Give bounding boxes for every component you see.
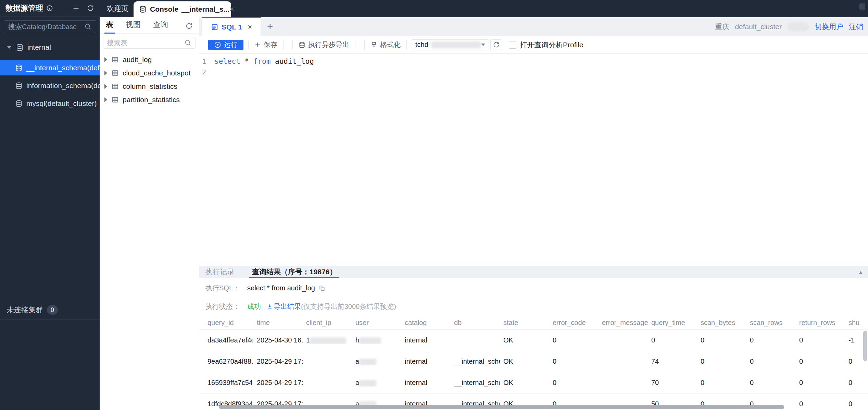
profile-checkbox-label: 打开查询分析Profile: [520, 40, 583, 50]
column-header[interactable]: state: [500, 319, 549, 327]
tab-tables[interactable]: 表: [106, 20, 113, 33]
column-header[interactable]: client_ip: [303, 319, 352, 327]
table-row[interactable]: 165939ffa7c54...2025-04-29 17:...aintern…: [199, 372, 868, 394]
column-header[interactable]: shu: [845, 319, 868, 327]
column-header[interactable]: error_code: [549, 319, 599, 327]
profile-checkbox[interactable]: [509, 41, 516, 49]
column-header[interactable]: query_id: [204, 319, 253, 327]
tab-queries[interactable]: 查询: [153, 20, 168, 33]
table-cell: 1: [303, 336, 352, 344]
info-icon[interactable]: [46, 5, 53, 12]
refresh-cluster-button[interactable]: [490, 39, 502, 50]
add-icon: [254, 41, 261, 48]
window-menu-icon[interactable]: [859, 3, 865, 10]
tree-node-internal[interactable]: internal: [0, 40, 100, 54]
table-cell: 2025-04-30 16...: [253, 336, 303, 344]
unconnected-clusters[interactable]: 未连接集群 0: [0, 304, 100, 316]
switch-user-link[interactable]: 切换用户: [815, 22, 843, 32]
table-cell: 0: [746, 358, 796, 365]
table-name: column_statistics: [123, 82, 177, 91]
editor-line[interactable]: 1select * from audit_log: [199, 56, 868, 67]
vertical-scrollbar[interactable]: [863, 331, 867, 361]
table-cell: 0: [845, 400, 868, 408]
column-header[interactable]: catalog: [401, 319, 451, 327]
tree-children: __internal_schema(default...information_…: [0, 60, 100, 111]
column-header[interactable]: time: [253, 319, 303, 327]
close-icon[interactable]: ×: [248, 23, 252, 31]
caret-right-icon[interactable]: [104, 71, 107, 75]
table-icon: [111, 96, 119, 104]
column-header[interactable]: query_time: [648, 319, 697, 327]
async-export-button[interactable]: 执行异步导出: [292, 40, 355, 50]
column-header[interactable]: user: [352, 319, 401, 327]
tab-welcome[interactable]: 欢迎页: [107, 0, 128, 17]
exec-sql-value: select * from audit_log: [247, 284, 315, 292]
column-header[interactable]: scan_bytes: [697, 319, 746, 327]
caret-right-icon[interactable]: [104, 84, 107, 89]
table-list-item[interactable]: cloud_cache_hotspot: [100, 66, 199, 80]
table-search-placeholder: 搜索表: [107, 38, 184, 48]
database-icon: [15, 100, 23, 107]
sidebar-database-item[interactable]: information_schema(defa...: [0, 78, 100, 93]
table-cell: 0: [796, 336, 845, 344]
column-header[interactable]: scan_rows: [746, 319, 796, 327]
catalog-search-input[interactable]: 搜索Catalog/Database: [4, 20, 96, 33]
table-list-item[interactable]: column_statistics: [100, 80, 199, 93]
table-cell: internal: [401, 336, 451, 344]
format-button[interactable]: 格式化: [364, 40, 407, 50]
save-button[interactable]: 保存: [248, 40, 284, 50]
new-sql-tab-button[interactable]: +: [267, 17, 273, 36]
add-catalog-icon[interactable]: [72, 4, 80, 12]
app-root: 数据源管理 搜索Catalog/Database: [0, 0, 868, 410]
table-list-item[interactable]: partition_statistics: [100, 93, 199, 106]
console-tab-prefix: Console: [150, 5, 178, 13]
caret-right-icon[interactable]: [104, 97, 107, 102]
table-cell: 0: [549, 379, 599, 387]
tab-query-result[interactable]: 查询结果（序号：19876）: [249, 266, 339, 278]
copy-icon[interactable]: [318, 285, 325, 292]
results-header-row: query_idtimeclient_ipusercatalogdbstatee…: [199, 316, 868, 330]
table-search-input[interactable]: 搜索表: [103, 37, 196, 49]
table-cell: 2025-04-29 17:...: [253, 358, 303, 365]
logout-link[interactable]: 注销: [849, 22, 863, 32]
column-header[interactable]: error_message: [599, 319, 648, 327]
tab-console-active[interactable]: Console __internal_s... ×: [134, 1, 231, 17]
export-results-link[interactable]: 导出结果: [266, 302, 301, 311]
sidebar-database-item[interactable]: __internal_schema(default...: [0, 60, 100, 75]
column-header[interactable]: db: [451, 319, 500, 327]
caret-right-icon[interactable]: [104, 57, 107, 62]
cluster-select[interactable]: tchd-: [412, 39, 489, 50]
code-token: select: [214, 57, 240, 65]
column-header[interactable]: return_rows: [796, 319, 845, 327]
horizontal-scrollbar[interactable]: [219, 405, 784, 409]
catalog-tree: internal __internal_schema(default...inf…: [0, 40, 100, 111]
redacted-blur: [310, 337, 346, 344]
caret-down-icon[interactable]: [7, 46, 12, 49]
sidebar-database-item[interactable]: mysql(default_cluster): [0, 96, 100, 111]
table-row[interactable]: da3a4ffea7ef4c...2025-04-30 16...1hinter…: [199, 330, 868, 351]
close-icon[interactable]: ×: [229, 5, 234, 13]
editor-area: SQL 1 × + 重庆 default_cluster 切换用户 注销 运行: [199, 17, 868, 410]
code-token: *: [240, 57, 253, 65]
tab-execution-history[interactable]: 执行记录: [205, 267, 234, 277]
table-cell: 0: [648, 336, 697, 344]
refresh-catalog-icon[interactable]: [87, 4, 94, 12]
refresh-tables-icon[interactable]: [185, 22, 193, 33]
database-label: mysql(default_cluster): [26, 99, 97, 108]
header-right: 重庆 default_cluster 切换用户 注销: [715, 17, 863, 36]
tree-root-label: internal: [27, 43, 51, 51]
search-icon: [184, 39, 192, 47]
results-table: query_idtimeclient_ipusercatalogdbstatee…: [199, 316, 868, 410]
sql-editor[interactable]: 1select * from audit_log2: [199, 54, 868, 266]
table-icon: [111, 69, 119, 77]
run-button[interactable]: 运行: [208, 40, 243, 50]
sql-tab-active[interactable]: SQL 1 ×: [202, 17, 261, 36]
redacted-user-toggle[interactable]: [787, 22, 809, 31]
tab-views[interactable]: 视图: [126, 20, 141, 33]
table-cell: a: [352, 358, 401, 365]
table-row[interactable]: 9ea6270a4f88...2025-04-29 17:...ainterna…: [199, 351, 868, 372]
collapse-up-icon[interactable]: ▲: [858, 266, 863, 278]
table-cell: OK: [500, 358, 549, 365]
table-list-item[interactable]: audit_log: [100, 53, 199, 66]
editor-line[interactable]: 2: [199, 67, 868, 77]
